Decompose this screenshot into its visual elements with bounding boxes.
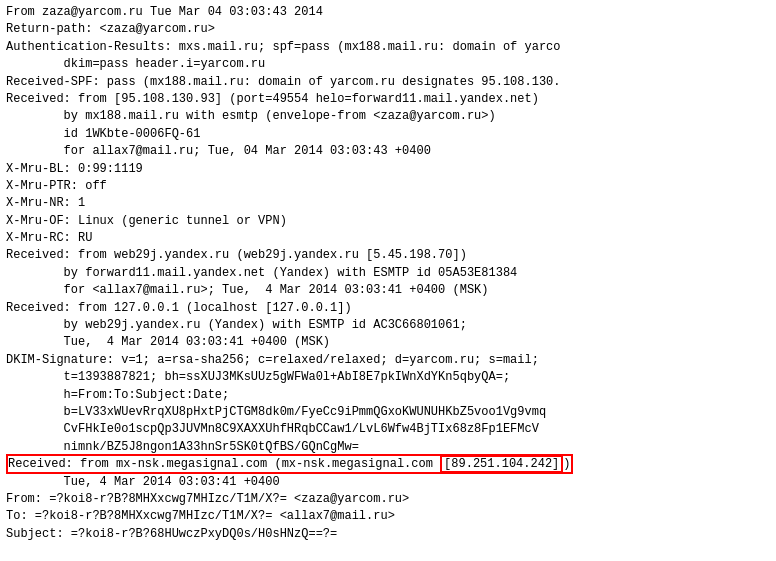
email-content: From zaza@yarcom.ru Tue Mar 04 03:03:43 … xyxy=(6,4,770,543)
line-1: From zaza@yarcom.ru Tue Mar 04 03:03:43 … xyxy=(6,5,561,454)
received-box: Received: from mx-nsk.megasignal.com (mx… xyxy=(6,454,573,474)
received-ip: [89.251.104.242] xyxy=(444,457,559,471)
received-ip-box: [89.251.104.242] xyxy=(440,455,563,473)
received-suffix: ) xyxy=(563,457,570,471)
received-prefix: Received: from xyxy=(8,457,116,471)
received-middle: (mx-nsk.megasignal.com xyxy=(267,457,440,471)
received-highlighted-line: Received: from mx-nsk.megasignal.com (mx… xyxy=(6,456,770,543)
received-domain: mx-nsk.megasignal.com xyxy=(116,457,267,471)
email-viewer: From zaza@yarcom.ru Tue Mar 04 03:03:43 … xyxy=(0,0,776,561)
